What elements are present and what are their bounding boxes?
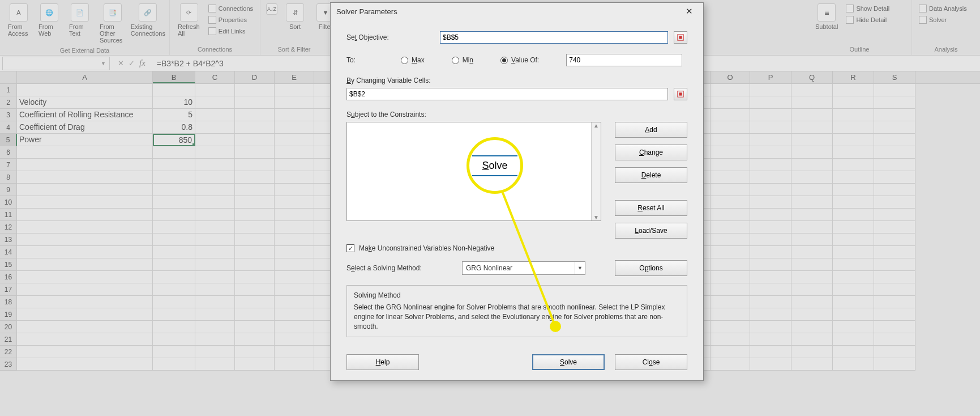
cell[interactable]	[711, 121, 750, 134]
cell[interactable]	[17, 296, 153, 308]
cell[interactable]	[235, 258, 275, 271]
cell[interactable]	[833, 271, 874, 283]
cell[interactable]	[874, 159, 915, 171]
cell[interactable]	[833, 84, 874, 96]
cell[interactable]	[833, 146, 874, 159]
sort-az-button[interactable]: A↓Z	[265, 1, 279, 19]
cell[interactable]	[153, 234, 195, 246]
cell[interactable]	[195, 333, 235, 346]
select-all-cell[interactable]	[0, 71, 17, 83]
cell[interactable]	[17, 171, 153, 184]
cell[interactable]	[750, 109, 791, 121]
col-header[interactable]: O	[711, 71, 750, 83]
cell[interactable]	[711, 321, 750, 333]
from-other-sources-button[interactable]: 📑From Other Sources	[96, 1, 129, 46]
cell[interactable]	[833, 159, 874, 171]
value-of-radio[interactable]: Value Of:	[500, 56, 539, 64]
cell[interactable]	[235, 271, 275, 283]
cell[interactable]	[833, 209, 874, 221]
row-header[interactable]: 21	[0, 333, 17, 346]
cell[interactable]	[711, 234, 750, 246]
fx-icon[interactable]: fx	[139, 58, 145, 68]
cell[interactable]	[17, 346, 153, 358]
cell[interactable]	[17, 159, 153, 171]
cell[interactable]	[275, 333, 314, 346]
objective-ref-button[interactable]	[674, 31, 687, 44]
cell[interactable]: Coefficient of Drag	[17, 121, 153, 134]
cell[interactable]	[833, 234, 874, 246]
cell[interactable]	[833, 346, 874, 358]
cell[interactable]	[153, 258, 195, 271]
cell[interactable]	[17, 146, 153, 159]
cell[interactable]	[874, 109, 915, 121]
cell[interactable]	[153, 283, 195, 296]
cell[interactable]	[791, 159, 833, 171]
cell[interactable]	[17, 234, 153, 246]
row-header[interactable]: 10	[0, 196, 17, 209]
cell[interactable]: Coefficient of Rolling Resistance	[17, 109, 153, 121]
cell[interactable]	[195, 171, 235, 184]
cell[interactable]: 850	[153, 134, 195, 146]
cell[interactable]	[750, 308, 791, 321]
row-header[interactable]: 18	[0, 296, 17, 308]
cell[interactable]	[195, 196, 235, 209]
col-header[interactable]: D	[235, 71, 275, 83]
cell[interactable]	[791, 234, 833, 246]
cell[interactable]	[833, 196, 874, 209]
cell[interactable]	[874, 121, 915, 134]
cell[interactable]	[235, 333, 275, 346]
cell[interactable]	[791, 209, 833, 221]
row-header[interactable]: 20	[0, 321, 17, 333]
method-select[interactable]: GRG Nonlinear▼	[462, 261, 585, 275]
cell[interactable]	[275, 296, 314, 308]
cell[interactable]	[874, 321, 915, 333]
cell[interactable]	[235, 96, 275, 109]
row-header[interactable]: 23	[0, 358, 17, 371]
cell[interactable]	[195, 296, 235, 308]
cell[interactable]	[711, 283, 750, 296]
cell[interactable]	[235, 184, 275, 196]
cell[interactable]	[235, 134, 275, 146]
cell[interactable]	[195, 146, 235, 159]
cell[interactable]	[235, 246, 275, 258]
cell[interactable]	[833, 246, 874, 258]
cell[interactable]	[791, 346, 833, 358]
cell[interactable]	[17, 196, 153, 209]
cell[interactable]	[17, 308, 153, 321]
cell[interactable]	[195, 121, 235, 134]
cell[interactable]	[195, 346, 235, 358]
cell[interactable]	[275, 346, 314, 358]
cell[interactable]	[275, 146, 314, 159]
cell[interactable]	[195, 134, 235, 146]
cell[interactable]	[750, 121, 791, 134]
cell[interactable]	[195, 184, 235, 196]
cell[interactable]	[17, 209, 153, 221]
row-header[interactable]: 13	[0, 234, 17, 246]
cell[interactable]	[235, 234, 275, 246]
cell[interactable]	[874, 333, 915, 346]
formula-cancel-icon[interactable]: ✕	[118, 59, 124, 67]
cell[interactable]	[235, 171, 275, 184]
cell[interactable]	[833, 358, 874, 371]
cell[interactable]	[17, 271, 153, 283]
cell[interactable]	[153, 159, 195, 171]
cell[interactable]	[275, 258, 314, 271]
from-web-button[interactable]: 🌐From Web	[35, 1, 63, 39]
cell[interactable]	[195, 234, 235, 246]
cell[interactable]	[833, 184, 874, 196]
col-header[interactable]: S	[874, 71, 915, 83]
close-button[interactable]: Close	[615, 354, 687, 370]
cell[interactable]	[791, 358, 833, 371]
cell[interactable]	[195, 283, 235, 296]
cell[interactable]	[874, 134, 915, 146]
row-header[interactable]: 11	[0, 209, 17, 221]
cell[interactable]	[791, 321, 833, 333]
cell[interactable]	[750, 171, 791, 184]
load-save-button[interactable]: Load/Save	[615, 223, 687, 239]
cell[interactable]	[833, 96, 874, 109]
cell[interactable]	[791, 171, 833, 184]
row-header[interactable]: 22	[0, 346, 17, 358]
col-header[interactable]: R	[833, 71, 874, 83]
cell[interactable]	[874, 96, 915, 109]
sort-button[interactable]: ⇵Sort	[281, 1, 309, 32]
